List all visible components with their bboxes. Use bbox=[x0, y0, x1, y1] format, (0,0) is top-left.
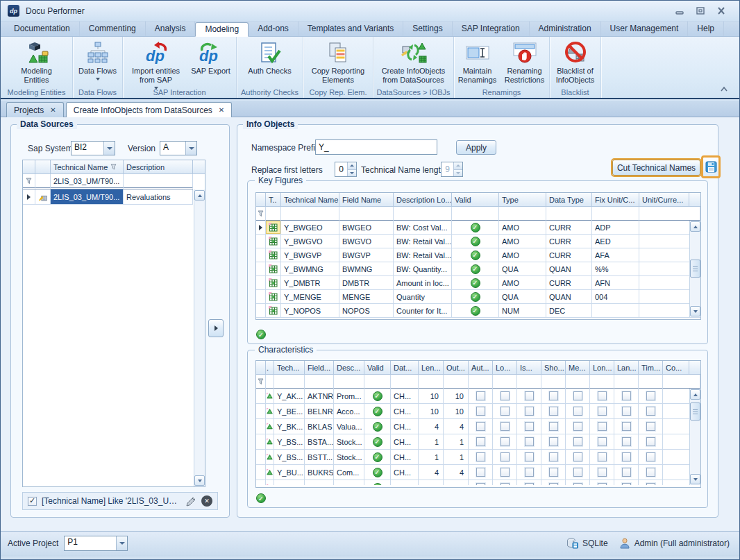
language-checkbox[interactable] bbox=[622, 483, 631, 485]
characteristics-scrollbar[interactable] bbox=[689, 389, 700, 485]
language-checkbox[interactable] bbox=[622, 422, 631, 431]
short-text-checkbox[interactable] bbox=[549, 452, 558, 461]
menu-tab[interactable]: Templates and Variants bbox=[298, 22, 404, 36]
is-checkbox[interactable] bbox=[525, 452, 534, 461]
technical-name-cell[interactable]: Y_MENGE bbox=[281, 290, 339, 304]
column-header-description[interactable]: Description bbox=[124, 160, 193, 174]
output-length-cell[interactable]: 4 bbox=[444, 465, 469, 480]
medium-text-checkbox[interactable] bbox=[573, 422, 582, 431]
authorization-checkbox[interactable] bbox=[476, 407, 485, 416]
tab-projects[interactable]: Projects bbox=[6, 102, 64, 117]
short-text-checkbox[interactable] bbox=[549, 437, 558, 446]
description-cell[interactable]: Acco... bbox=[334, 404, 364, 419]
tab-close-icon[interactable] bbox=[219, 107, 224, 114]
long-text-checkbox[interactable] bbox=[598, 391, 607, 400]
description-cell[interactable]: Counter for It... bbox=[394, 304, 452, 318]
type-cell[interactable]: AMO bbox=[499, 221, 546, 235]
characteristics-filter-row[interactable] bbox=[256, 375, 700, 389]
column-header[interactable]: Lo... bbox=[493, 361, 517, 375]
ribbon-collapse-button[interactable] bbox=[720, 84, 728, 94]
description-cell[interactable]: Revaluations bbox=[124, 189, 193, 205]
output-length-cell[interactable]: 4 bbox=[444, 419, 469, 434]
key-figures-scrollbar[interactable] bbox=[689, 221, 700, 317]
description-cell[interactable]: Stock... bbox=[334, 434, 364, 450]
maintain-renamings-button[interactable]: Maintain Renamings bbox=[455, 40, 501, 85]
stepper-down-icon[interactable] bbox=[454, 170, 462, 177]
technical-name-cell[interactable]: Y_BU... bbox=[274, 465, 305, 480]
fix-unit-cell[interactable]: AED bbox=[592, 235, 639, 248]
menu-tab[interactable]: Documentation bbox=[5, 22, 80, 36]
length-cell[interactable]: 1 bbox=[419, 450, 444, 465]
create-infoobjects-button[interactable]: Create InfoObjects from DataSources bbox=[375, 40, 453, 85]
technical-name-cell[interactable]: Y_BE... bbox=[274, 404, 305, 419]
time-dependent-checkbox[interactable] bbox=[646, 391, 655, 400]
tab-close-icon[interactable] bbox=[50, 107, 56, 114]
key-figure-row[interactable]: Y_BWMNG BWMNG BW: Quantity... QUA QUAN %… bbox=[256, 262, 700, 276]
language-checkbox[interactable] bbox=[622, 391, 631, 400]
is-checkbox[interactable] bbox=[525, 437, 534, 446]
database-label[interactable]: SQLite bbox=[582, 538, 608, 548]
scroll-down-button[interactable] bbox=[194, 475, 205, 486]
fix-unit-cell[interactable]: AFA bbox=[592, 248, 639, 262]
valid-cell[interactable] bbox=[364, 389, 391, 404]
column-header[interactable]: Type bbox=[499, 193, 546, 207]
key-figure-row[interactable]: Y_NOPOS NOPOS Counter for It... NUM DEC bbox=[256, 304, 700, 318]
lowercase-checkbox[interactable] bbox=[501, 437, 510, 446]
field-name-cell[interactable]: BKLAS bbox=[305, 419, 334, 434]
technical-name-cell[interactable]: Y_BWGVP bbox=[281, 248, 339, 262]
long-text-checkbox[interactable] bbox=[598, 483, 607, 485]
language-checkbox[interactable] bbox=[622, 407, 631, 416]
column-header[interactable]: Dat... bbox=[391, 361, 419, 375]
short-text-checkbox[interactable] bbox=[549, 483, 558, 485]
auth-checks-button[interactable]: Auth Checks bbox=[246, 40, 293, 76]
long-text-checkbox[interactable] bbox=[598, 437, 607, 446]
column-header[interactable]: Valid bbox=[364, 361, 391, 375]
is-checkbox[interactable] bbox=[525, 422, 534, 431]
restore-button[interactable] bbox=[696, 7, 705, 15]
data-type-cell[interactable]: CURR bbox=[546, 276, 592, 290]
field-name-cell[interactable]: BSTT... bbox=[305, 450, 334, 465]
length-cell[interactable]: 4 bbox=[419, 465, 444, 480]
time-dependent-checkbox[interactable] bbox=[646, 483, 655, 485]
type-cell[interactable]: AMO bbox=[499, 276, 546, 290]
scrollbar-thumb[interactable] bbox=[690, 260, 700, 278]
data-type-cell[interactable]: CH... bbox=[391, 465, 419, 480]
description-cell[interactable]: BW: Retail Val... bbox=[394, 248, 452, 262]
column-header[interactable]: Data Type bbox=[546, 193, 592, 207]
is-checkbox[interactable] bbox=[525, 483, 534, 485]
technical-name-cell[interactable]: Y_AK... bbox=[274, 389, 305, 404]
column-header[interactable]: Field Name bbox=[339, 193, 394, 207]
data-type-cell[interactable]: QUAN bbox=[546, 290, 592, 304]
column-header[interactable]: Technical Name bbox=[281, 193, 339, 207]
fix-unit-cell[interactable]: %% bbox=[592, 262, 639, 276]
key-figure-row[interactable]: Y_BWGVO BWGVO BW: Retail Val... AMO CURR… bbox=[256, 235, 700, 248]
column-header[interactable]: Desc... bbox=[334, 361, 364, 375]
field-name-cell[interactable]: BSTA... bbox=[305, 434, 334, 450]
time-dependent-checkbox[interactable] bbox=[646, 437, 655, 446]
output-length-cell[interactable]: 1 bbox=[444, 434, 469, 450]
data-type-cell[interactable]: CURR bbox=[546, 221, 592, 235]
stepper-up-icon[interactable] bbox=[348, 162, 356, 170]
edit-filter-pencil-icon[interactable] bbox=[186, 496, 196, 507]
characteristic-row[interactable]: Y_BU... BUKRS Com... CH... 4 4 bbox=[256, 465, 700, 480]
data-type-cell[interactable]: CH... bbox=[391, 434, 419, 450]
lowercase-checkbox[interactable] bbox=[501, 391, 510, 400]
field-name-cell[interactable]: BWGEO bbox=[339, 221, 394, 235]
key-figure-row[interactable]: Y_BWGVP BWGVP BW: Retail Val... AMO CURR… bbox=[256, 248, 700, 262]
language-checkbox[interactable] bbox=[622, 468, 631, 477]
authorization-checkbox[interactable] bbox=[476, 452, 485, 461]
copy-reporting-elements-button[interactable]: Copy Reporting Elements bbox=[306, 40, 370, 85]
scroll-up-button[interactable] bbox=[194, 190, 205, 201]
version-select[interactable]: A bbox=[160, 141, 197, 155]
technical-name-cell[interactable]: 2LIS_03_UM/T90... bbox=[51, 189, 124, 205]
valid-cell[interactable] bbox=[452, 304, 499, 318]
valid-cell[interactable] bbox=[364, 434, 391, 450]
lowercase-checkbox[interactable] bbox=[501, 468, 510, 477]
filter-enabled-checkbox[interactable] bbox=[28, 497, 37, 506]
replace-first-letters-stepper[interactable]: 0 bbox=[335, 162, 357, 177]
data-type-cell[interactable]: CH... bbox=[391, 450, 419, 465]
authorization-checkbox[interactable] bbox=[476, 437, 485, 446]
characteristic-row[interactable]: Y_BW... BWA... CH... 20 20 bbox=[256, 480, 700, 485]
sap-system-select[interactable]: BI2 bbox=[71, 141, 115, 155]
column-header[interactable]: Fix Unit/C... bbox=[592, 193, 639, 207]
